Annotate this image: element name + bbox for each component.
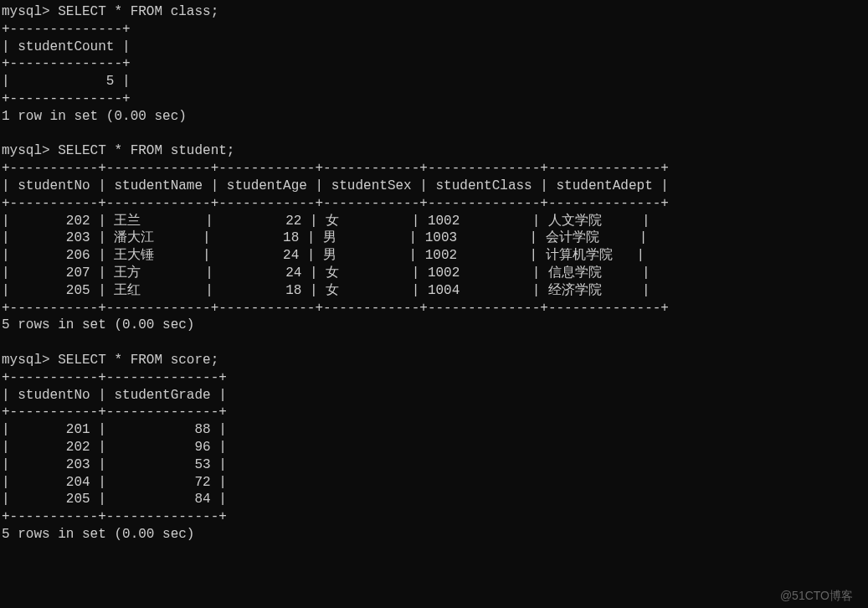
watermark: @51CTO博客 [780,588,853,603]
terminal-output[interactable]: mysql> SELECT * FROM class; +-----------… [0,0,868,547]
